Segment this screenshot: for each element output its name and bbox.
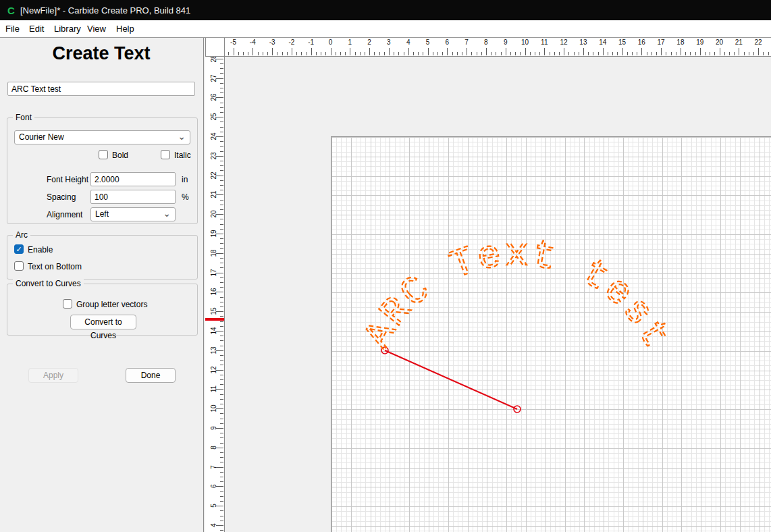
h-ruler-tick <box>753 52 754 55</box>
v-ruler-tick <box>220 92 223 93</box>
h-ruler-label: 21 <box>735 38 743 46</box>
v-ruler-tick <box>220 200 223 201</box>
spacing-input[interactable] <box>90 190 176 204</box>
h-ruler-label: -5 <box>230 38 236 46</box>
v-ruler-tick <box>220 170 223 171</box>
h-ruler-tick <box>384 52 385 55</box>
italic-checkbox[interactable]: ✓ <box>161 150 170 159</box>
h-ruler-tick <box>530 52 531 55</box>
h-ruler-tick <box>520 52 521 55</box>
v-ruler-tick <box>220 360 223 361</box>
h-ruler-tick <box>404 52 404 55</box>
h-ruler-tick <box>418 52 419 55</box>
arc-enable-checkbox[interactable]: ✓ <box>14 244 24 254</box>
h-ruler-tick <box>437 52 438 55</box>
h-ruler-label: 17 <box>658 38 665 46</box>
h-ruler-tick <box>666 52 666 55</box>
v-ruler-tick <box>216 78 223 79</box>
v-ruler-tick <box>216 389 223 390</box>
h-ruler-tick <box>661 48 662 55</box>
v-ruler-tick <box>216 506 223 506</box>
horizontal-ruler: -5-4-3-2-1012345678910111213141516171819… <box>225 38 771 57</box>
arc-group-legend: Arc <box>13 230 30 240</box>
arc-text[interactable]: ARC Text test <box>356 232 677 356</box>
menu-file[interactable]: File <box>5 24 20 34</box>
v-ruler-tick <box>220 326 223 327</box>
h-ruler-tick <box>457 52 458 55</box>
text-on-bottom-checkbox[interactable]: ✓ <box>14 261 24 271</box>
h-ruler-tick <box>374 52 375 55</box>
h-ruler-label: -4 <box>250 38 256 46</box>
v-ruler-tick <box>220 399 223 400</box>
alignment-select[interactable]: Left ⌄ <box>90 207 176 221</box>
convert-to-curves-button[interactable]: Convert to Curves <box>70 315 136 329</box>
v-ruler-tick <box>216 253 223 254</box>
h-ruler-tick <box>394 52 394 55</box>
h-ruler-tick <box>603 48 604 55</box>
v-ruler-tick <box>216 370 223 371</box>
v-ruler-tick <box>220 457 223 458</box>
h-ruler-tick <box>355 52 356 55</box>
v-ruler-tick <box>216 273 223 273</box>
menu-bar: File Edit Library View Help <box>0 20 771 38</box>
h-ruler-tick <box>583 48 584 55</box>
v-ruler-tick <box>216 408 223 409</box>
v-ruler-tick <box>220 209 223 210</box>
h-ruler-tick <box>272 48 273 55</box>
h-ruler-tick <box>617 52 618 55</box>
font-family-select[interactable]: Courier New ⌄ <box>14 130 190 144</box>
h-ruler-tick <box>632 52 633 55</box>
menu-help[interactable]: Help <box>116 24 134 34</box>
h-ruler-label: 1 <box>348 38 352 46</box>
v-ruler-tick <box>220 297 223 298</box>
v-ruler-tick <box>220 462 223 462</box>
arc-text-vectors[interactable]: ARC Text test <box>356 232 677 356</box>
h-ruler-tick <box>360 52 361 55</box>
h-ruler-tick <box>690 52 691 55</box>
v-ruler-tick <box>216 234 223 234</box>
arc-radius-handle-line[interactable] <box>385 350 517 409</box>
h-ruler-tick <box>228 52 229 55</box>
v-ruler-tick <box>220 481 223 482</box>
done-button[interactable]: Done <box>126 368 176 383</box>
h-ruler-tick <box>612 52 613 55</box>
v-ruler-tick <box>220 132 223 132</box>
v-ruler-tick <box>216 292 223 292</box>
h-ruler-label: -1 <box>308 38 314 46</box>
h-ruler-tick <box>758 48 759 55</box>
menu-edit[interactable]: Edit <box>29 24 44 34</box>
bold-checkbox[interactable]: ✓ <box>99 150 108 159</box>
h-ruler-tick <box>641 48 642 55</box>
apply-button[interactable]: Apply <box>28 368 78 383</box>
h-ruler-tick <box>647 52 647 55</box>
menu-view[interactable]: View <box>87 24 106 34</box>
h-ruler-tick <box>398 52 399 55</box>
font-height-input[interactable] <box>90 172 176 186</box>
v-ruler-tick <box>220 379 223 380</box>
h-ruler-label: -2 <box>288 38 294 46</box>
h-ruler-tick <box>539 52 540 55</box>
v-ruler-tick <box>216 59 223 59</box>
h-ruler-tick <box>433 52 433 55</box>
h-ruler-tick <box>311 48 312 55</box>
h-ruler-tick <box>676 52 676 55</box>
v-ruler-tick <box>220 205 223 205</box>
h-ruler-tick <box>598 52 599 55</box>
v-ruler-label: 28 <box>210 57 217 65</box>
group-letter-vectors-checkbox[interactable]: ✓ <box>63 299 72 309</box>
h-ruler-tick <box>234 48 234 55</box>
h-ruler-label: 12 <box>560 38 568 46</box>
v-ruler-tick <box>220 146 223 147</box>
h-ruler-tick <box>321 52 321 55</box>
v-ruler-tick <box>220 248 223 249</box>
v-ruler-tick <box>220 477 223 477</box>
h-ruler-label: 20 <box>716 38 723 46</box>
v-ruler-tick <box>220 267 223 268</box>
text-content-input[interactable] <box>7 82 195 96</box>
h-ruler-tick <box>544 48 545 55</box>
design-canvas[interactable]: -5-4-3-2-1012345678910111213141516171819… <box>204 38 771 532</box>
h-ruler-tick <box>724 52 725 55</box>
v-ruler-tick <box>220 433 223 433</box>
menu-library[interactable]: Library <box>54 24 81 34</box>
v-ruler-tick <box>220 243 223 244</box>
